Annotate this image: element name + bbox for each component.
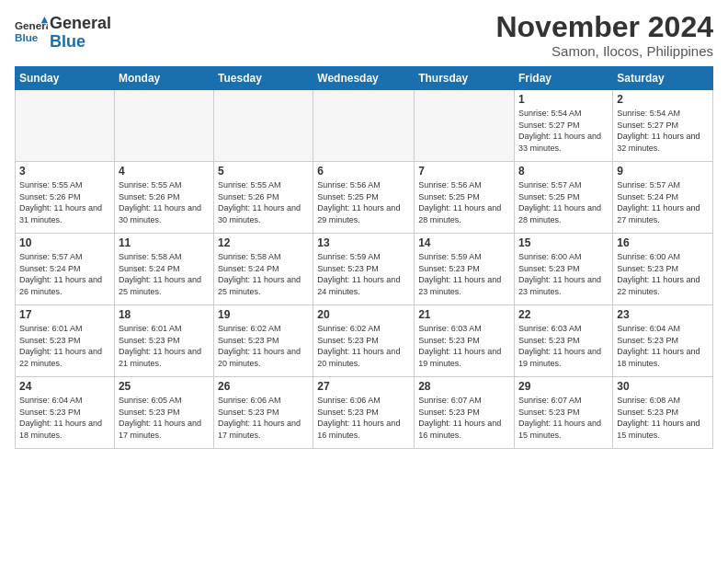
day-number: 5 xyxy=(218,165,309,178)
day-info: Sunrise: 6:06 AMSunset: 5:23 PMDaylight:… xyxy=(218,395,309,441)
calendar-day-cell: 18Sunrise: 6:01 AMSunset: 5:23 PMDayligh… xyxy=(114,305,213,377)
day-info: Sunrise: 5:57 AMSunset: 5:24 PMDaylight:… xyxy=(19,251,110,297)
day-info: Sunrise: 6:08 AMSunset: 5:23 PMDaylight:… xyxy=(617,395,709,441)
day-info: Sunrise: 6:03 AMSunset: 5:23 PMDaylight:… xyxy=(518,323,609,369)
calendar-day-cell: 10Sunrise: 5:57 AMSunset: 5:24 PMDayligh… xyxy=(16,234,115,305)
day-info: Sunrise: 6:06 AMSunset: 5:23 PMDaylight:… xyxy=(317,395,410,441)
day-number: 28 xyxy=(418,380,510,393)
logo-name: General Blue xyxy=(50,15,111,52)
calendar-day-cell xyxy=(16,90,115,162)
calendar-day-cell: 17Sunrise: 6:01 AMSunset: 5:23 PMDayligh… xyxy=(16,305,115,377)
day-info: Sunrise: 6:04 AMSunset: 5:23 PMDaylight:… xyxy=(19,395,110,441)
day-info: Sunrise: 5:59 AMSunset: 5:23 PMDaylight:… xyxy=(317,251,410,297)
day-number: 23 xyxy=(617,308,709,321)
day-number: 7 xyxy=(418,165,510,178)
day-info: Sunrise: 5:55 AMSunset: 5:26 PMDaylight:… xyxy=(19,179,110,225)
day-number: 29 xyxy=(518,380,609,393)
day-number: 4 xyxy=(119,165,210,178)
calendar-day-cell: 19Sunrise: 6:02 AMSunset: 5:23 PMDayligh… xyxy=(214,305,313,377)
col-friday: Friday xyxy=(515,67,613,90)
calendar-day-cell xyxy=(313,90,415,162)
calendar-day-cell: 27Sunrise: 6:06 AMSunset: 5:23 PMDayligh… xyxy=(313,377,415,449)
logo: General Blue General Blue xyxy=(15,15,111,52)
day-number: 15 xyxy=(518,236,609,249)
day-number: 14 xyxy=(418,236,510,249)
day-number: 3 xyxy=(19,165,110,178)
day-info: Sunrise: 6:04 AMSunset: 5:23 PMDaylight:… xyxy=(617,323,709,369)
day-info: Sunrise: 6:07 AMSunset: 5:23 PMDaylight:… xyxy=(518,395,609,441)
day-info: Sunrise: 5:58 AMSunset: 5:24 PMDaylight:… xyxy=(218,251,309,297)
calendar-table: Sunday Monday Tuesday Wednesday Thursday… xyxy=(15,66,713,449)
day-number: 30 xyxy=(617,380,709,393)
col-sunday: Sunday xyxy=(16,67,115,90)
calendar-week-row: 24Sunrise: 6:04 AMSunset: 5:23 PMDayligh… xyxy=(16,377,713,449)
calendar-day-cell: 11Sunrise: 5:58 AMSunset: 5:24 PMDayligh… xyxy=(114,234,213,305)
day-info: Sunrise: 5:58 AMSunset: 5:24 PMDaylight:… xyxy=(119,251,210,297)
page-container: General Blue General Blue November 2024 … xyxy=(0,0,728,456)
day-number: 11 xyxy=(119,236,210,249)
calendar-day-cell: 26Sunrise: 6:06 AMSunset: 5:23 PMDayligh… xyxy=(214,377,313,449)
day-number: 25 xyxy=(119,380,210,393)
col-wednesday: Wednesday xyxy=(313,67,415,90)
day-info: Sunrise: 6:02 AMSunset: 5:23 PMDaylight:… xyxy=(317,323,410,369)
calendar-day-cell: 3Sunrise: 5:55 AMSunset: 5:26 PMDaylight… xyxy=(16,162,115,234)
calendar-day-cell xyxy=(214,90,313,162)
calendar-day-cell: 28Sunrise: 6:07 AMSunset: 5:23 PMDayligh… xyxy=(415,377,515,449)
day-number: 17 xyxy=(19,308,110,321)
day-info: Sunrise: 6:03 AMSunset: 5:23 PMDaylight:… xyxy=(418,323,510,369)
calendar-day-cell xyxy=(114,90,213,162)
svg-text:Blue: Blue xyxy=(15,31,39,43)
calendar-day-cell xyxy=(415,90,515,162)
calendar-day-cell: 7Sunrise: 5:56 AMSunset: 5:25 PMDaylight… xyxy=(415,162,515,234)
day-number: 1 xyxy=(518,93,609,106)
day-number: 12 xyxy=(218,236,309,249)
day-number: 2 xyxy=(617,93,709,106)
calendar-day-cell: 12Sunrise: 5:58 AMSunset: 5:24 PMDayligh… xyxy=(214,234,313,305)
day-info: Sunrise: 6:05 AMSunset: 5:23 PMDaylight:… xyxy=(119,395,210,441)
day-info: Sunrise: 5:56 AMSunset: 5:25 PMDaylight:… xyxy=(418,179,510,225)
day-number: 27 xyxy=(317,380,410,393)
month-title: November 2024 xyxy=(495,11,713,43)
day-number: 16 xyxy=(617,236,709,249)
calendar-day-cell: 9Sunrise: 5:57 AMSunset: 5:24 PMDaylight… xyxy=(613,162,713,234)
calendar-day-cell: 24Sunrise: 6:04 AMSunset: 5:23 PMDayligh… xyxy=(16,377,115,449)
day-info: Sunrise: 6:07 AMSunset: 5:23 PMDaylight:… xyxy=(418,395,510,441)
day-number: 21 xyxy=(418,308,510,321)
day-number: 10 xyxy=(19,236,110,249)
calendar-day-cell: 23Sunrise: 6:04 AMSunset: 5:23 PMDayligh… xyxy=(613,305,713,377)
day-info: Sunrise: 6:00 AMSunset: 5:23 PMDaylight:… xyxy=(518,251,609,297)
calendar-day-cell: 25Sunrise: 6:05 AMSunset: 5:23 PMDayligh… xyxy=(114,377,213,449)
day-info: Sunrise: 5:56 AMSunset: 5:25 PMDaylight:… xyxy=(317,179,410,225)
day-info: Sunrise: 5:55 AMSunset: 5:26 PMDaylight:… xyxy=(218,179,309,225)
day-info: Sunrise: 6:00 AMSunset: 5:23 PMDaylight:… xyxy=(617,251,709,297)
calendar-header-row: Sunday Monday Tuesday Wednesday Thursday… xyxy=(16,67,713,90)
col-tuesday: Tuesday xyxy=(214,67,313,90)
calendar-day-cell: 20Sunrise: 6:02 AMSunset: 5:23 PMDayligh… xyxy=(313,305,415,377)
day-number: 22 xyxy=(518,308,609,321)
calendar-week-row: 10Sunrise: 5:57 AMSunset: 5:24 PMDayligh… xyxy=(16,234,713,305)
day-info: Sunrise: 5:59 AMSunset: 5:23 PMDaylight:… xyxy=(418,251,510,297)
calendar-day-cell: 30Sunrise: 6:08 AMSunset: 5:23 PMDayligh… xyxy=(613,377,713,449)
day-number: 24 xyxy=(19,380,110,393)
day-info: Sunrise: 5:55 AMSunset: 5:26 PMDaylight:… xyxy=(119,179,210,225)
calendar-day-cell: 16Sunrise: 6:00 AMSunset: 5:23 PMDayligh… xyxy=(613,234,713,305)
calendar-day-cell: 8Sunrise: 5:57 AMSunset: 5:25 PMDaylight… xyxy=(515,162,613,234)
day-number: 20 xyxy=(317,308,410,321)
title-block: November 2024 Samon, Ilocos, Philippines xyxy=(495,11,713,59)
calendar-day-cell: 4Sunrise: 5:55 AMSunset: 5:26 PMDaylight… xyxy=(114,162,213,234)
calendar-week-row: 1Sunrise: 5:54 AMSunset: 5:27 PMDaylight… xyxy=(16,90,713,162)
calendar-week-row: 17Sunrise: 6:01 AMSunset: 5:23 PMDayligh… xyxy=(16,305,713,377)
day-number: 9 xyxy=(617,165,709,178)
calendar-day-cell: 2Sunrise: 5:54 AMSunset: 5:27 PMDaylight… xyxy=(613,90,713,162)
calendar-day-cell: 15Sunrise: 6:00 AMSunset: 5:23 PMDayligh… xyxy=(515,234,613,305)
calendar-day-cell: 5Sunrise: 5:55 AMSunset: 5:26 PMDaylight… xyxy=(214,162,313,234)
day-info: Sunrise: 6:01 AMSunset: 5:23 PMDaylight:… xyxy=(119,323,210,369)
calendar-day-cell: 21Sunrise: 6:03 AMSunset: 5:23 PMDayligh… xyxy=(415,305,515,377)
calendar-day-cell: 14Sunrise: 5:59 AMSunset: 5:23 PMDayligh… xyxy=(415,234,515,305)
day-info: Sunrise: 6:01 AMSunset: 5:23 PMDaylight:… xyxy=(19,323,110,369)
day-info: Sunrise: 5:54 AMSunset: 5:27 PMDaylight:… xyxy=(617,108,709,154)
col-monday: Monday xyxy=(114,67,213,90)
day-info: Sunrise: 5:57 AMSunset: 5:24 PMDaylight:… xyxy=(617,179,709,225)
day-info: Sunrise: 5:54 AMSunset: 5:27 PMDaylight:… xyxy=(518,108,609,154)
day-number: 26 xyxy=(218,380,309,393)
